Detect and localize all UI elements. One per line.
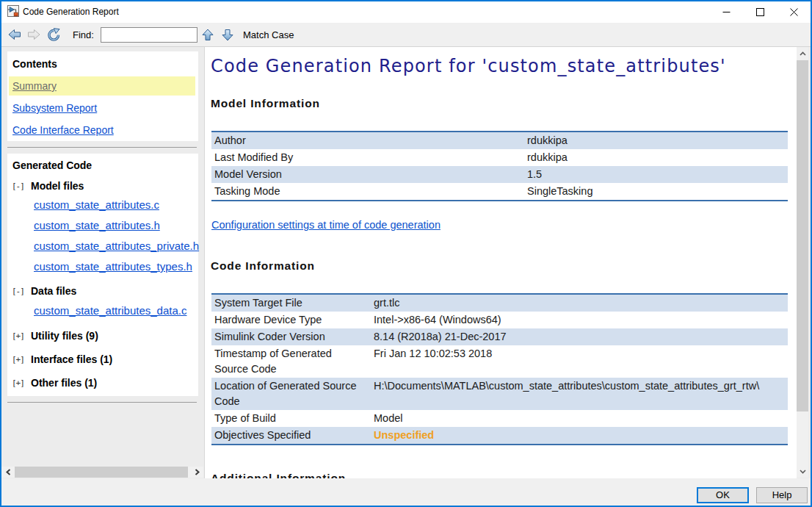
table-row: System Target File grt.tlc bbox=[211, 294, 788, 312]
tree-file-row[interactable]: custom_state_attributes_data.c bbox=[7, 305, 198, 317]
row-label: Simulink Coder Version bbox=[211, 328, 368, 345]
tree-file-row[interactable]: custom_state_attributes_types.h bbox=[7, 261, 198, 273]
configuration-settings-link[interactable]: Configuration settings at time of code g… bbox=[211, 219, 441, 231]
forward-button[interactable] bbox=[27, 23, 40, 46]
code-information-table: System Target File grt.tlc Hardware Devi… bbox=[211, 293, 788, 445]
vertical-scrollbar-thumb[interactable] bbox=[797, 60, 808, 411]
file-link[interactable]: custom_state_attributes_types.h bbox=[34, 261, 192, 273]
row-value: SingleTasking bbox=[521, 183, 788, 201]
model-information-heading: Model Information bbox=[211, 97, 320, 110]
row-label: Objectives Specified bbox=[211, 427, 368, 445]
tree-group-data-files: [-] Data files bbox=[7, 285, 198, 297]
find-next-button[interactable] bbox=[222, 23, 233, 46]
scroll-up-arrow-icon[interactable] bbox=[797, 47, 808, 60]
row-value: H:\Documents\MATLAB\custom_state_attribu… bbox=[368, 378, 788, 410]
minimize-button[interactable] bbox=[709, 1, 743, 23]
refresh-button[interactable] bbox=[47, 23, 61, 46]
tree-group-label: Interface files (1) bbox=[31, 353, 112, 365]
tree-group-label: Model files bbox=[31, 180, 84, 192]
tree-group-other-files: [+] Other files (1) bbox=[7, 377, 198, 389]
row-label: Location of Generated Source Code bbox=[211, 378, 368, 410]
generated-code-heading: Generated Code bbox=[12, 159, 92, 171]
code-information-heading: Code Information bbox=[211, 259, 315, 273]
content-area: Contents Summary Subsystem Report Code I… bbox=[1, 47, 811, 478]
collapse-icon[interactable]: [-] bbox=[12, 181, 24, 193]
simulink-app-icon bbox=[7, 5, 19, 17]
expand-icon[interactable]: [+] bbox=[12, 354, 24, 366]
row-label: Type of Build bbox=[211, 410, 368, 427]
generated-code-panel: Generated Code [-] Model files custom_st… bbox=[7, 154, 198, 396]
row-label: Hardware Device Type bbox=[211, 312, 368, 328]
find-toolbar: Find: Match Case bbox=[1, 23, 811, 47]
table-row: Objectives Specified Unspecified bbox=[211, 427, 788, 445]
ok-button[interactable]: OK bbox=[697, 487, 749, 503]
file-link[interactable]: custom_state_attributes_private.h bbox=[34, 240, 199, 252]
row-value: 8.14 (R2018a) 21-Dec-2017 bbox=[368, 328, 788, 345]
tree-group-model-files: [-] Model files bbox=[7, 180, 198, 192]
row-value: rdukkipa bbox=[521, 132, 788, 149]
subsystem-report-link[interactable]: Subsystem Report bbox=[12, 102, 97, 114]
report-title: Code Generation Report for 'custom_state… bbox=[211, 56, 797, 76]
sidebar-divider bbox=[7, 147, 197, 148]
objectives-specified-value: Unspecified bbox=[368, 427, 788, 445]
collapse-icon[interactable]: [-] bbox=[12, 286, 24, 298]
tree-group-label: Data files bbox=[31, 285, 76, 297]
row-value: grt.tlc bbox=[368, 294, 788, 312]
row-label: Author bbox=[211, 132, 521, 149]
tree-file-row[interactable]: custom_state_attributes.h bbox=[7, 220, 198, 231]
additional-information-heading: Additional Information bbox=[211, 472, 346, 478]
summary-link[interactable]: Summary bbox=[12, 80, 57, 92]
find-input[interactable] bbox=[101, 27, 197, 43]
row-label: System Target File bbox=[211, 294, 368, 312]
tree-file-row[interactable]: custom_state_attributes_private.h bbox=[7, 240, 198, 252]
row-label: Tasking Mode bbox=[211, 183, 521, 201]
scroll-down-arrow-icon[interactable] bbox=[797, 465, 808, 478]
code-generation-report-window: Code Generation Report bbox=[0, 0, 812, 507]
tree-file-row[interactable]: custom_state_attributes.c bbox=[7, 199, 198, 211]
close-button[interactable] bbox=[777, 1, 811, 23]
tree-group-label: Other files (1) bbox=[31, 377, 97, 389]
sidebar-item-code-interface-report[interactable]: Code Interface Report bbox=[9, 121, 195, 140]
expand-icon[interactable]: [+] bbox=[12, 331, 24, 342]
file-link[interactable]: custom_state_attributes.c bbox=[34, 199, 159, 211]
model-information-table: Author rdukkipa Last Modified By rdukkip… bbox=[211, 131, 788, 201]
find-down-arrow-icon bbox=[222, 29, 233, 41]
report-pane: Code Generation Report for 'custom_state… bbox=[204, 47, 797, 478]
file-link[interactable]: custom_state_attributes.h bbox=[34, 220, 160, 231]
horizontal-scrollbar-thumb[interactable] bbox=[15, 467, 188, 478]
tree-group-label: Utility files (9) bbox=[31, 330, 98, 342]
file-link[interactable]: custom_state_attributes_data.c bbox=[34, 305, 186, 317]
table-row: Type of Build Model bbox=[211, 410, 788, 427]
row-value: rdukkipa bbox=[521, 149, 788, 166]
sidebar-item-summary[interactable]: Summary bbox=[9, 76, 195, 96]
find-label: Find: bbox=[73, 23, 94, 46]
table-row: Location of Generated Source Code H:\Doc… bbox=[211, 378, 788, 410]
titlebar: Code Generation Report bbox=[1, 1, 811, 23]
find-previous-button[interactable] bbox=[202, 23, 214, 46]
vertical-scrollbar[interactable] bbox=[797, 47, 808, 478]
table-row: Simulink Coder Version 8.14 (R2018a) 21-… bbox=[211, 328, 788, 345]
row-value: Model bbox=[368, 410, 788, 427]
find-up-arrow-icon bbox=[202, 29, 214, 41]
refresh-icon bbox=[47, 28, 61, 41]
contents-heading: Contents bbox=[12, 58, 57, 70]
sidebar-divider bbox=[7, 402, 197, 403]
table-row: Tasking Mode SingleTasking bbox=[211, 183, 788, 201]
maximize-button[interactable] bbox=[743, 1, 777, 23]
row-value: 1.5 bbox=[521, 166, 788, 183]
row-label: Model Version bbox=[211, 166, 521, 183]
back-button[interactable] bbox=[8, 23, 21, 46]
code-interface-report-link[interactable]: Code Interface Report bbox=[12, 124, 114, 136]
table-row: Hardware Device Type Intel->x86-64 (Wind… bbox=[211, 312, 788, 328]
help-button[interactable]: Help bbox=[756, 487, 808, 503]
sidebar-horizontal-scrollbar[interactable] bbox=[1, 467, 203, 478]
table-row: Model Version 1.5 bbox=[211, 166, 788, 183]
match-case-toggle[interactable]: Match Case bbox=[243, 23, 294, 46]
minimize-icon bbox=[722, 8, 731, 16]
expand-icon[interactable]: [+] bbox=[12, 378, 24, 389]
scroll-left-arrow-icon[interactable] bbox=[1, 467, 15, 478]
forward-arrow-icon bbox=[27, 29, 40, 40]
contents-sidebar: Contents Summary Subsystem Report Code I… bbox=[1, 47, 203, 478]
scroll-right-arrow-icon[interactable] bbox=[190, 467, 203, 478]
sidebar-item-subsystem-report[interactable]: Subsystem Report bbox=[9, 98, 195, 118]
